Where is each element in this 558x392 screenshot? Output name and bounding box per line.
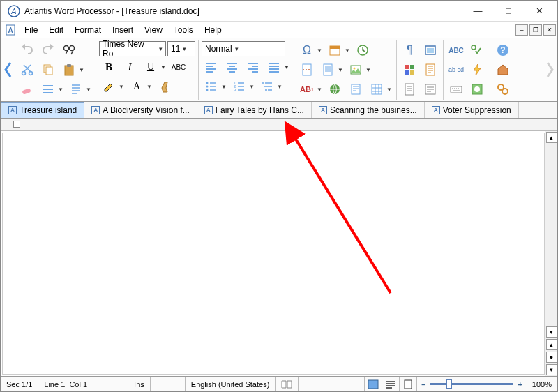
menu-tools[interactable]: Tools bbox=[168, 24, 199, 36]
align-dropdown[interactable]: ▼ bbox=[284, 64, 291, 70]
font-color-button[interactable]: A bbox=[127, 77, 146, 96]
align-right-button[interactable] bbox=[243, 58, 263, 76]
font-color-dropdown[interactable]: ▼ bbox=[146, 84, 153, 90]
color-palette-button[interactable] bbox=[400, 61, 419, 79]
bold-button[interactable]: B bbox=[99, 58, 119, 76]
menu-insert[interactable]: Insert bbox=[107, 24, 139, 36]
numbering-button[interactable]: 123 bbox=[229, 77, 249, 96]
save-web-button[interactable] bbox=[467, 80, 487, 98]
status-insert-mode[interactable]: Ins bbox=[128, 377, 151, 391]
autocorrect-button[interactable] bbox=[467, 41, 487, 59]
help-button[interactable]: ? bbox=[493, 41, 513, 59]
settings-button[interactable] bbox=[493, 80, 513, 98]
doc-restore-button[interactable]: ❐ bbox=[529, 24, 542, 36]
eraser-button[interactable] bbox=[17, 80, 37, 98]
scroll-up-button[interactable]: ▴ bbox=[546, 132, 557, 143]
footnote-button[interactable]: AB1 bbox=[297, 80, 317, 98]
status-section[interactable]: Sec 1/1 bbox=[1, 377, 38, 391]
symbol-button[interactable]: Ω bbox=[297, 41, 317, 59]
copy-button[interactable] bbox=[38, 61, 58, 79]
undo-button[interactable] bbox=[17, 41, 37, 59]
zoom-out-button[interactable]: – bbox=[421, 380, 425, 389]
italic-button[interactable]: I bbox=[120, 58, 140, 76]
zoom-in-button[interactable]: + bbox=[518, 380, 522, 389]
document-map-button[interactable] bbox=[421, 61, 440, 79]
menu-file[interactable]: File bbox=[19, 24, 43, 36]
minimize-button[interactable]: — bbox=[462, 1, 493, 21]
status-book-icon[interactable] bbox=[276, 377, 299, 391]
doc-minimize-button[interactable]: – bbox=[515, 24, 528, 36]
home-button[interactable] bbox=[493, 61, 513, 79]
power-type-button[interactable] bbox=[467, 61, 487, 79]
font-size-select[interactable]: 11▾ bbox=[167, 41, 195, 56]
table-button[interactable] bbox=[367, 80, 386, 98]
underline-button[interactable]: U bbox=[141, 58, 160, 76]
time-button[interactable] bbox=[353, 41, 372, 59]
menu-view[interactable]: View bbox=[139, 24, 168, 36]
show-pilcrow-button[interactable]: ¶ bbox=[400, 41, 419, 59]
scroll-down-button[interactable]: ▾ bbox=[546, 326, 557, 338]
fullscreen-button[interactable] bbox=[421, 41, 440, 59]
highlight-button[interactable] bbox=[99, 77, 119, 96]
align-justify-button[interactable] bbox=[264, 58, 284, 76]
style-select[interactable]: Normal▾ bbox=[202, 41, 285, 56]
view-draft-button[interactable] bbox=[382, 377, 400, 391]
paragraph-dropdown[interactable]: ▼ bbox=[86, 86, 93, 93]
table-dropdown[interactable]: ▼ bbox=[386, 86, 393, 93]
toolbar-scroll-left[interactable] bbox=[1, 38, 15, 101]
next-page-button[interactable]: ▾ bbox=[546, 364, 557, 375]
prev-page-button[interactable]: ▴ bbox=[546, 339, 557, 350]
font-family-select[interactable]: Times New Ro▾ bbox=[99, 41, 166, 56]
word-count-button[interactable] bbox=[421, 80, 440, 98]
find-button[interactable] bbox=[59, 41, 79, 59]
align-left-button[interactable] bbox=[202, 58, 221, 76]
paste-dropdown[interactable]: ▼ bbox=[79, 67, 86, 73]
page-break-button[interactable] bbox=[297, 61, 317, 79]
vertical-scrollbar[interactable]: ▴ ▾ ▴ ● ▾ bbox=[545, 131, 557, 376]
multilevel-list-button[interactable] bbox=[257, 77, 277, 96]
insert-file-dropdown[interactable]: ▼ bbox=[338, 67, 345, 73]
doc-tab-fairy-tales[interactable]: A Fairy Tales by Hans C... bbox=[197, 102, 312, 118]
keyboard-button[interactable] bbox=[446, 80, 466, 98]
maximize-button[interactable]: □ bbox=[493, 1, 524, 21]
zoom-slider[interactable]: – + bbox=[417, 380, 527, 389]
browse-object-button[interactable]: ● bbox=[546, 352, 557, 363]
bookmark-button[interactable] bbox=[346, 80, 365, 98]
highlight-dropdown[interactable]: ▼ bbox=[119, 84, 126, 90]
doc-tab-scanning[interactable]: A Scanning the busines... bbox=[312, 102, 425, 118]
doc-tab-treasure-island[interactable]: A Treasure island bbox=[1, 102, 84, 118]
align-center-button[interactable] bbox=[223, 58, 242, 76]
insert-picture-button[interactable] bbox=[346, 61, 365, 79]
zoom-percent[interactable]: 100% bbox=[527, 377, 557, 391]
hyperlink-button[interactable] bbox=[325, 80, 345, 98]
insert-file-button[interactable] bbox=[318, 61, 338, 79]
toolbar-scroll-right[interactable] bbox=[543, 38, 557, 101]
status-language[interactable]: English (United States) bbox=[186, 377, 276, 391]
close-button[interactable]: ✕ bbox=[524, 1, 555, 21]
symbol-dropdown[interactable]: ▼ bbox=[317, 47, 324, 54]
doc-tab-voter[interactable]: A Voter Suppression bbox=[425, 102, 519, 118]
doc-tab-biodiversity[interactable]: A A Biodiversity Vision f... bbox=[84, 102, 197, 118]
view-print-button[interactable] bbox=[400, 377, 417, 391]
hyphenation-button[interactable]: ab cd bbox=[446, 61, 466, 79]
statistics-button[interactable] bbox=[400, 80, 419, 98]
line-spacing-button[interactable] bbox=[38, 80, 58, 98]
status-line[interactable]: Line 1 Col 1 bbox=[38, 377, 93, 391]
paragraph-button[interactable] bbox=[66, 80, 86, 98]
doc-close-button[interactable]: ✕ bbox=[543, 24, 556, 36]
cut-button[interactable] bbox=[17, 61, 37, 79]
underline-dropdown[interactable]: ▼ bbox=[160, 64, 167, 70]
strikethrough-button[interactable]: ABC bbox=[169, 58, 188, 76]
document-page[interactable] bbox=[2, 133, 545, 375]
line-spacing-dropdown[interactable]: ▼ bbox=[58, 86, 65, 93]
menu-format[interactable]: Format bbox=[69, 24, 107, 36]
menu-edit[interactable]: Edit bbox=[43, 24, 69, 36]
footnote-dropdown[interactable]: ▼ bbox=[317, 86, 324, 93]
view-normal-button[interactable] bbox=[365, 377, 382, 391]
multilevel-dropdown[interactable]: ▼ bbox=[277, 84, 284, 90]
bullets-button[interactable] bbox=[202, 77, 221, 96]
date-button[interactable] bbox=[325, 41, 345, 59]
menu-help[interactable]: Help bbox=[199, 24, 227, 36]
paste-button[interactable] bbox=[59, 61, 79, 79]
numbering-dropdown[interactable]: ▼ bbox=[249, 84, 256, 90]
